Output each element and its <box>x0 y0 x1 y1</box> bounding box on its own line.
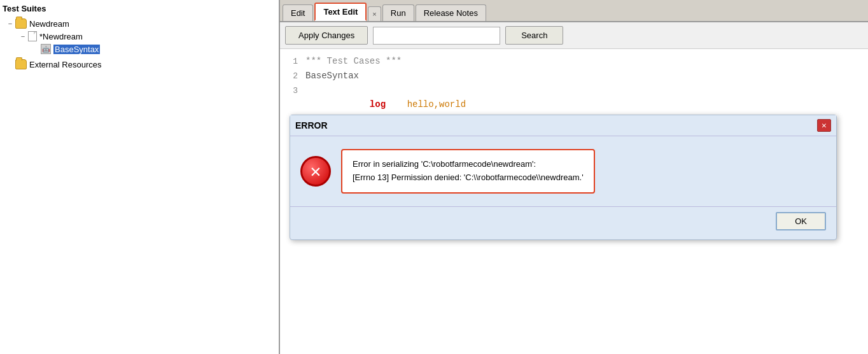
code-line-1: 1 *** Test Cases *** <box>280 54 868 69</box>
tree-item-newdream-folder[interactable]: − Newdream <box>5 17 276 30</box>
tab-text-edit[interactable]: Text Edit <box>314 3 367 21</box>
error-message-box: Error in serializing 'C:\robotfarmecode\… <box>341 149 595 194</box>
folder-icon-newdream <box>15 18 27 29</box>
expander-newdream-file[interactable]: − <box>18 32 28 40</box>
tab-edit[interactable]: Edit <box>283 4 313 21</box>
expander-external[interactable] <box>5 60 15 68</box>
search-button[interactable]: Search <box>505 26 563 45</box>
left-panel: Test Suites − Newdream − *Newdream 🤖 Bas… <box>0 0 280 354</box>
folder-icon-external <box>15 59 27 69</box>
line3-indent <box>348 99 370 110</box>
tree-label-newdream: Newdream <box>29 19 69 29</box>
robot-icon-basesyntax: 🤖 <box>41 44 51 54</box>
apply-changes-button[interactable]: Apply Changes <box>285 26 368 45</box>
file-icon-newdream <box>28 31 37 41</box>
line3-value: hello,world <box>407 99 466 110</box>
line-num-2: 2 <box>280 69 305 83</box>
error-line2: [Errno 13] Permission denied: 'C:\\robot… <box>353 171 584 185</box>
ok-button[interactable]: OK <box>776 212 826 230</box>
tree-label-basesyntax: BaseSyntax <box>53 45 100 54</box>
tree-item-basesyntax[interactable]: 🤖 BaseSyntax <box>31 43 276 55</box>
tree-label-newdream-file: *Newdream <box>39 32 83 41</box>
expander-newdream[interactable]: − <box>5 20 15 27</box>
line-content-1: *** Test Cases *** <box>305 54 868 68</box>
line-content-2: BaseSyntax <box>305 69 868 83</box>
line-num-1: 1 <box>280 55 305 69</box>
panel-title: Test Suites <box>3 4 276 13</box>
line3-sep <box>386 99 407 110</box>
right-panel: Edit Text Edit × Run Release Notes Apply… <box>280 0 868 354</box>
tab-release-notes[interactable]: Release Notes <box>416 4 486 21</box>
tree-item-newdream-file[interactable]: − *Newdream <box>18 30 276 43</box>
tab-close-btn[interactable]: × <box>368 6 381 21</box>
tree-container: − Newdream − *Newdream 🤖 BaseSyntax <box>3 17 276 71</box>
line-num-3: 3 <box>280 84 305 98</box>
expander-basesyntax <box>31 45 41 53</box>
dialog-title: ERROR <box>295 120 328 131</box>
dialog-body: ✕ Error in serializing 'C:\robotfarmecod… <box>290 136 836 206</box>
error-line1: Error in serializing 'C:\robotfarmecode\… <box>353 158 584 171</box>
dialog-titlebar: ERROR ✕ <box>290 115 836 136</box>
tabs-bar: Edit Text Edit × Run Release Notes <box>280 0 868 22</box>
toolbar: Apply Changes Search <box>280 22 868 49</box>
dialog-close-button[interactable]: ✕ <box>817 119 831 132</box>
tree-item-external-resources[interactable]: External Resources <box>5 58 276 71</box>
error-icon: ✕ <box>300 156 331 187</box>
dialog-footer: OK <box>290 206 836 239</box>
line3-keyword: log <box>370 99 386 110</box>
error-dialog: ERROR ✕ ✕ Error in serializing 'C:\robot… <box>290 115 837 240</box>
tree-label-external: External Resources <box>29 60 101 69</box>
tab-run[interactable]: Run <box>382 4 414 21</box>
search-input[interactable] <box>373 27 500 45</box>
code-line-2: 2 BaseSyntax <box>280 69 868 83</box>
